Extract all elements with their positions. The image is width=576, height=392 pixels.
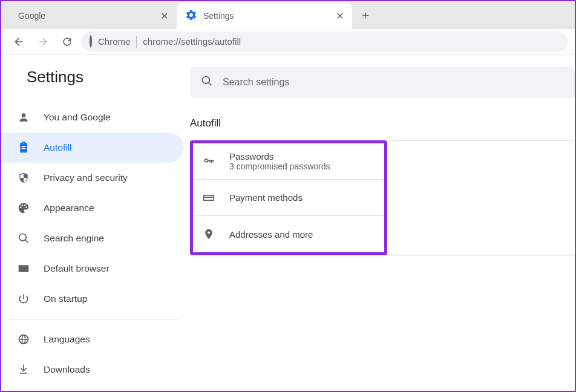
sidebar-item-downloads[interactable]: Downloads xyxy=(1,354,184,385)
tab-title: Google xyxy=(18,11,154,21)
sidebar-item-label: Privacy and security xyxy=(44,172,128,183)
google-favicon xyxy=(10,11,12,21)
autofill-card: Passwords 3 compromised passwords Paymen… xyxy=(190,140,387,255)
settings-brand: Settings xyxy=(1,68,190,102)
tab-title: Settings xyxy=(203,11,330,21)
sidebar-item-label: Languages xyxy=(44,334,90,345)
settings-page: Settings You and Google Autofill Privacy… xyxy=(1,54,575,391)
sidebar-divider xyxy=(8,319,180,319)
settings-search[interactable]: Search settings xyxy=(190,67,575,98)
row-title: Payment methods xyxy=(229,192,303,203)
sidebar-item-label: Autofill xyxy=(44,142,72,153)
separator xyxy=(136,36,137,48)
card-extension xyxy=(387,140,576,255)
palette-icon xyxy=(17,202,30,214)
site-identity-icon xyxy=(90,36,92,47)
sidebar-item-label: Default browser xyxy=(44,263,110,274)
row-payment-methods[interactable]: Payment methods xyxy=(193,180,384,216)
section-title: Autofill xyxy=(190,117,575,129)
search-placeholder: Search settings xyxy=(223,77,289,88)
tab-settings[interactable]: Settings ✕ xyxy=(177,2,352,29)
address-url: chrome://settings/autofill xyxy=(143,36,241,47)
sidebar-item-label: On startup xyxy=(44,293,87,304)
shield-icon xyxy=(17,172,30,184)
power-icon xyxy=(17,293,30,305)
search-icon xyxy=(201,75,213,90)
sidebar-item-search-engine[interactable]: Search engine xyxy=(1,223,184,253)
sidebar-item-autofill[interactable]: Autofill xyxy=(1,132,184,163)
browser-toolbar: Chrome chrome://settings/autofill xyxy=(1,29,575,54)
sidebar-item-you-and-google[interactable]: You and Google xyxy=(1,102,184,132)
reload-button[interactable] xyxy=(57,31,77,52)
address-label: Chrome xyxy=(98,36,130,47)
forward-button[interactable] xyxy=(33,31,53,52)
location-icon xyxy=(203,228,216,240)
browser-tab-strip: Google ✕ Settings ✕ + xyxy=(1,1,575,29)
row-subtitle: 3 compromised passwords xyxy=(229,162,330,171)
sidebar-item-privacy[interactable]: Privacy and security xyxy=(1,163,184,193)
sidebar-item-languages[interactable]: Languages xyxy=(1,324,184,354)
card-icon xyxy=(203,192,216,204)
globe-icon xyxy=(17,333,30,345)
sidebar-item-on-startup[interactable]: On startup xyxy=(1,284,184,314)
sidebar-item-default-browser[interactable]: Default browser xyxy=(1,253,184,284)
gear-icon xyxy=(185,9,197,23)
sidebar-item-label: You and Google xyxy=(44,112,111,123)
sidebar-item-appearance[interactable]: Appearance xyxy=(1,193,184,223)
row-addresses[interactable]: Addresses and more xyxy=(193,216,384,252)
settings-main: Search settings Autofill Passwords 3 com… xyxy=(190,54,575,391)
tab-google[interactable]: Google ✕ xyxy=(1,2,177,29)
download-icon xyxy=(17,364,30,376)
sidebar-item-label: Appearance xyxy=(44,203,94,214)
person-icon xyxy=(17,111,30,123)
close-icon[interactable]: ✕ xyxy=(160,10,168,22)
search-icon xyxy=(17,232,30,244)
page-title: Settings xyxy=(27,68,83,87)
browser-icon xyxy=(17,263,30,275)
row-passwords[interactable]: Passwords 3 compromised passwords xyxy=(193,143,384,180)
clipboard-icon xyxy=(17,142,30,154)
key-icon xyxy=(203,155,216,168)
settings-sidebar: Settings You and Google Autofill Privacy… xyxy=(1,54,190,391)
sidebar-item-label: Downloads xyxy=(44,364,90,375)
sidebar-item-label: Search engine xyxy=(44,233,104,244)
close-icon[interactable]: ✕ xyxy=(336,10,344,22)
back-button[interactable] xyxy=(8,31,29,52)
address-bar[interactable]: Chrome chrome://settings/autofill xyxy=(81,31,568,52)
new-tab-button[interactable]: + xyxy=(356,6,375,25)
row-title: Addresses and more xyxy=(229,229,313,240)
row-title: Passwords xyxy=(229,151,330,162)
